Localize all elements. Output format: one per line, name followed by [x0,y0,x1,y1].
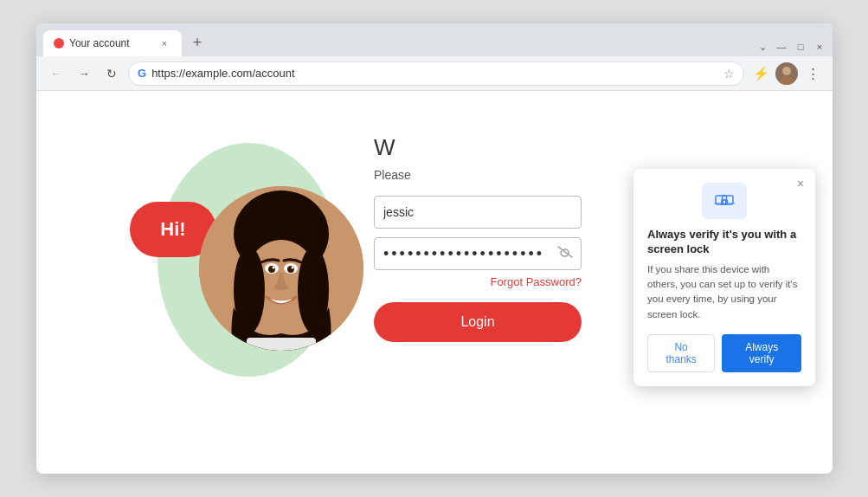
welcome-title: W [374,134,642,161]
welcome-subtitle: Please [374,168,642,182]
tab-title: Your account [69,37,152,49]
reload-button[interactable]: ↻ [100,62,123,85]
username-input[interactable] [374,196,582,229]
screen-lock-popup: × Always [633,169,815,386]
browser-tab[interactable]: Your account × [43,30,182,56]
url-bar[interactable]: G https://example.com/account ☆ [128,61,744,86]
back-button[interactable]: ← [45,62,68,85]
popup-close-button[interactable]: × [793,176,808,191]
bookmark-icon[interactable]: ☆ [723,67,735,81]
hi-label: Hi! [160,218,185,241]
popup-title: Always verify it's you with a screen loc… [647,228,801,257]
title-bar: Your account × + ⌄ — □ × [36,23,833,56]
forgot-password-link[interactable]: Forgot Password? [374,275,582,288]
login-button[interactable]: Login [374,302,582,342]
eye-slash-icon[interactable] [557,246,573,261]
tab-favicon [54,38,64,48]
chevron-down-icon[interactable]: ⌄ [756,41,768,53]
svg-rect-18 [723,202,724,203]
svg-point-9 [273,267,275,269]
login-form: W Please Forgot Password? Login [374,134,642,342]
popup-icon-area [647,183,801,219]
svg-point-12 [292,267,294,269]
address-bar: ← → ↻ G https://example.com/account ☆ ⚡ … [36,56,833,91]
user-avatar [199,186,363,351]
forward-button[interactable]: → [73,62,95,85]
minimize-button[interactable]: — [775,41,788,53]
lock-icon [710,187,738,215]
lock-icon-wrapper [702,183,747,219]
popup-actions: No thanks Always verify [647,334,801,372]
popup-body: If you share this device with others, yo… [647,262,801,322]
close-button[interactable]: × [813,41,826,53]
page-content: Hi! [36,91,833,474]
url-text: https://example.com/account [151,67,718,80]
more-options-icon[interactable]: ⋮ [801,62,824,85]
password-input[interactable] [374,237,582,270]
password-wrapper [374,237,582,270]
toolbar-icons: ⚡ ⋮ [749,62,824,85]
browser-window: Your account × + ⌄ — □ × ← → ↻ G https:/… [36,23,833,474]
always-verify-button[interactable]: Always verify [722,334,801,372]
svg-point-1 [779,76,794,85]
maximize-button[interactable]: □ [794,41,807,53]
no-thanks-button[interactable]: No thanks [647,334,715,372]
window-controls: ⌄ — □ × [756,41,826,53]
extensions-icon[interactable]: ⚡ [749,62,772,85]
new-tab-button[interactable]: + [185,30,209,55]
google-logo: G [138,67,146,80]
profile-menu-icon[interactable] [775,62,798,85]
svg-point-0 [782,67,791,75]
avatar[interactable] [775,62,798,85]
tab-close-button[interactable]: × [158,36,171,50]
